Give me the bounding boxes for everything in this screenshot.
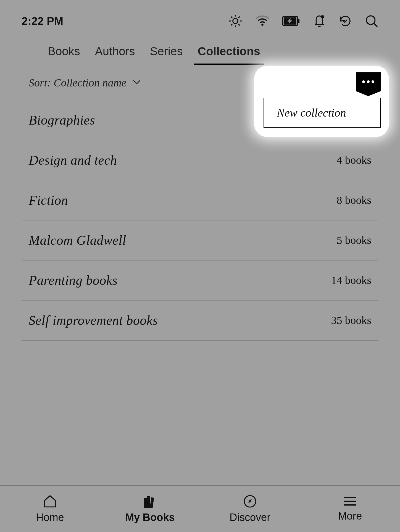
status-icons <box>228 14 378 28</box>
svg-rect-11 <box>298 19 299 23</box>
tab-authors[interactable]: Authors <box>95 45 135 65</box>
search-icon[interactable] <box>365 14 378 28</box>
sort-label: Sort: Collection name <box>29 76 126 89</box>
collection-count: 14 books <box>331 274 371 287</box>
nav-more[interactable]: More <box>300 486 400 532</box>
collection-count: 8 books <box>336 194 371 207</box>
nav-my-books[interactable]: My Books <box>100 486 200 532</box>
collection-row[interactable]: Fiction 8 books <box>22 180 378 220</box>
collection-row[interactable]: Malcom Gladwell 5 books <box>22 220 378 260</box>
new-collection-button[interactable]: New collection <box>264 98 381 128</box>
collections-options-popover: New collection <box>254 66 389 137</box>
notification-bell-icon[interactable] <box>313 14 326 28</box>
options-menu-button[interactable] <box>356 72 381 96</box>
status-bar: 2:22 PM <box>0 0 400 36</box>
svg-line-7 <box>231 24 232 25</box>
chevron-down-icon <box>133 80 141 86</box>
collection-row[interactable]: Design and tech 4 books <box>22 140 378 180</box>
home-icon <box>43 494 57 508</box>
svg-point-9 <box>261 24 264 26</box>
nav-discover[interactable]: Discover <box>200 486 300 532</box>
svg-line-8 <box>238 17 240 18</box>
sync-icon[interactable] <box>339 14 352 28</box>
nav-label: My Books <box>125 512 175 523</box>
collection-count: 5 books <box>336 234 371 247</box>
collection-name: Fiction <box>29 193 68 208</box>
nav-label: Discover <box>230 512 270 523</box>
svg-point-17 <box>362 80 365 83</box>
status-time: 2:22 PM <box>22 15 63 27</box>
bottom-nav: Home My Books Discover <box>0 485 400 532</box>
svg-line-6 <box>238 24 240 25</box>
library-tabs: Books Authors Series Collections <box>22 36 378 65</box>
svg-point-18 <box>367 80 370 83</box>
svg-line-16 <box>374 23 377 27</box>
nav-label: More <box>338 510 362 522</box>
books-icon <box>142 494 158 508</box>
nav-label: Home <box>36 512 64 523</box>
svg-point-15 <box>366 16 375 24</box>
brightness-icon[interactable] <box>228 14 243 28</box>
svg-point-14 <box>321 15 324 19</box>
battery-charging-icon[interactable] <box>282 16 300 26</box>
svg-rect-22 <box>150 497 154 508</box>
collection-row[interactable]: Self improvement books 35 books <box>22 301 378 341</box>
svg-rect-20 <box>144 498 147 508</box>
collection-name: Malcom Gladwell <box>29 233 126 248</box>
collection-name: Self improvement books <box>29 313 158 328</box>
collection-name: Design and tech <box>29 152 117 168</box>
svg-marker-24 <box>248 499 252 503</box>
tab-series[interactable]: Series <box>150 45 183 65</box>
collection-row[interactable]: Parenting books 14 books <box>22 260 378 301</box>
tab-collections[interactable]: Collections <box>198 45 260 65</box>
collection-count: 35 books <box>331 314 371 327</box>
collection-count: 4 books <box>336 154 371 167</box>
svg-point-19 <box>372 80 374 83</box>
menu-icon <box>343 496 357 507</box>
svg-point-0 <box>233 19 238 23</box>
nav-home[interactable]: Home <box>0 486 100 532</box>
collection-name: Biographies <box>29 112 95 128</box>
compass-icon <box>243 494 257 508</box>
svg-line-5 <box>231 17 232 18</box>
wifi-icon[interactable] <box>255 15 270 27</box>
svg-rect-21 <box>147 496 150 508</box>
collection-name: Parenting books <box>29 273 118 288</box>
tab-books[interactable]: Books <box>48 45 80 65</box>
